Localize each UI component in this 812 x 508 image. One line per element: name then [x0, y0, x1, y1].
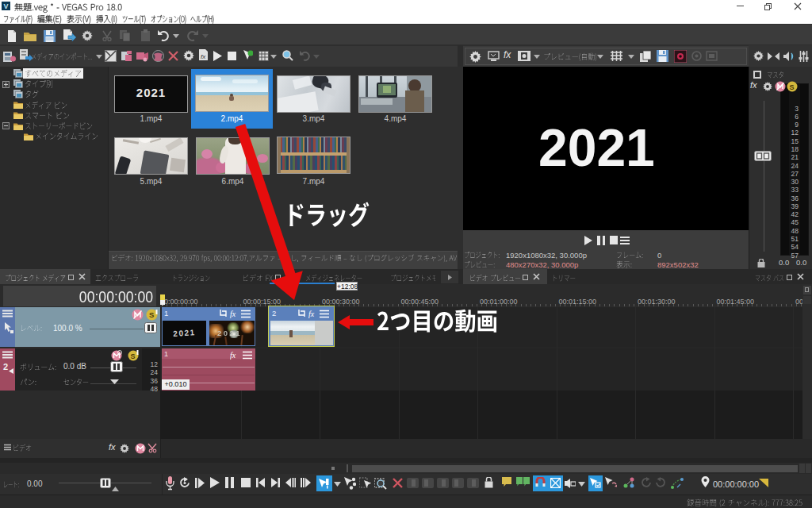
svg-text:fx: fx: [230, 310, 236, 318]
svg-text:S: S: [131, 352, 136, 360]
svg-text:fx: fx: [308, 310, 315, 318]
svg-text:fx: fx: [230, 351, 236, 360]
svg-text:S: S: [790, 83, 795, 91]
svg-text:S: S: [149, 310, 154, 319]
svg-text:fx: fx: [201, 53, 206, 60]
